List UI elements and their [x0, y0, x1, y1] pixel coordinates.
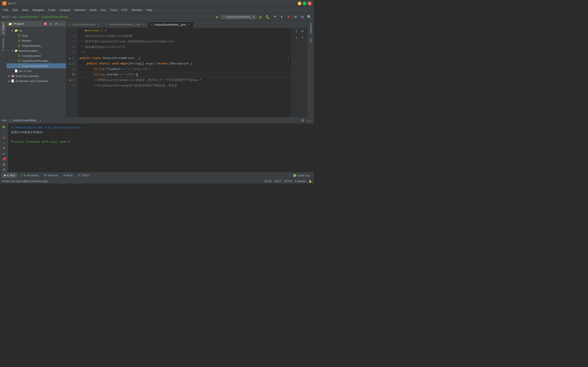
layout-button[interactable]: ⊞ [300, 14, 305, 20]
bottom-panel: Run: C OutputStreamWriter_ ✕ ⚙ — ▶ ↑ ■ ↓… [0, 117, 314, 172]
menu-help[interactable]: Help [145, 8, 154, 12]
menu-edit[interactable]: Edit [11, 8, 19, 12]
ant-panel-tab[interactable]: Ant [308, 36, 313, 44]
code-content[interactable]: * @version 1.0 * 演示OutputStreamWriter的使用… [78, 28, 291, 117]
menu-tools[interactable]: Tools [108, 8, 119, 12]
stop-button[interactable]: ■ [286, 14, 291, 20]
menu-bar: File Edit View Navigate Code Analyze Ref… [0, 7, 314, 13]
run-more-button[interactable]: ⊞ [1, 162, 7, 167]
nav-back-button[interactable]: ◀ [214, 14, 219, 20]
project-locate-button[interactable]: 🎯 [43, 22, 48, 26]
menu-file[interactable]: File [2, 8, 10, 12]
code-line-11: */ [79, 50, 289, 56]
structure-panel-tab[interactable]: 2: Structure [0, 36, 6, 53]
tree-item-external-libraries[interactable]: ▶ 📚 External Libraries [6, 73, 66, 78]
menu-window[interactable]: Window [130, 8, 144, 12]
run-extra-button[interactable]: ⊟ [1, 168, 7, 172]
gutter-14: 14 [67, 67, 77, 72]
line-numbers: 7 8 9 10 11 ▶ 12 ▶ 13 14 [66, 28, 78, 117]
pin-tab-button[interactable]: 📌 [1, 157, 7, 161]
project-close-button[interactable]: — [60, 22, 64, 26]
tree-item-codequestion[interactable]: C CodeQuestion [6, 53, 66, 58]
menu-navigate[interactable]: Navigate [31, 8, 46, 12]
tree-item-outputstreamwriter[interactable]: C OutputStreamWriter_ [6, 63, 66, 68]
title-bar: 💡 lx4.17 — □ ✕ [0, 0, 314, 7]
menu-refactor[interactable]: Refactor [73, 8, 87, 12]
status-charset[interactable]: UTF-8 [284, 180, 292, 183]
run-output-line-4: Process finished with exit code 0 [11, 140, 311, 144]
maximize-button[interactable]: □ [303, 2, 306, 5]
project-expand-button[interactable]: ⊕ [48, 22, 53, 26]
project-settings-button[interactable]: ⚙ [54, 22, 59, 26]
run-panel-header: Run: C OutputStreamWriter_ ✕ ⚙ — [0, 117, 314, 124]
input-mode-cn[interactable]: 中 [300, 29, 305, 34]
wrap-lines-button[interactable]: ↩ [1, 151, 7, 156]
status-indent[interactable]: 4 spaces [295, 180, 306, 183]
close-tab-codequestion[interactable]: ✕ [97, 23, 100, 26]
input-mode-i[interactable]: I [294, 29, 299, 34]
project-panel-tab[interactable]: 1: Project [0, 21, 6, 36]
tree-item-iml[interactable]: 📄 lx4.17.iml [6, 68, 66, 73]
tree-item-transformation[interactable]: ▼ 📁 transformation [6, 48, 66, 53]
menu-analyze[interactable]: Analyze [58, 8, 72, 12]
run-output-line-1: D:\MySoftware\jdk1.8.0_201\bin\java.exe … [11, 125, 311, 130]
tab-build[interactable]: ⚒ Build [61, 173, 75, 178]
scroll-up-button[interactable]: ↑ [1, 130, 7, 134]
breadcrumb-src[interactable]: src [13, 15, 17, 19]
close-run-tab[interactable]: ✕ [40, 119, 41, 122]
tree-item-outputstream[interactable]: C OutputStream_ [6, 43, 66, 48]
close-tab-outputstreamwriter[interactable]: ✕ [187, 23, 190, 26]
tab-event-log[interactable]: 1 Event Log [291, 173, 312, 178]
tab-todo[interactable]: ☰ TODO [76, 173, 91, 178]
tree-item-scratches[interactable]: ▶ 📝 Scratches and Consoles [6, 78, 66, 83]
menu-run[interactable]: Run [99, 8, 108, 12]
close-button[interactable]: ✕ [308, 2, 311, 5]
menu-build[interactable]: Build [88, 8, 98, 12]
nav-tools: ◀ C OutputStreamWriter_ ▾ ▶ 🐛 ☂ ▾ ■ ⚒ ⊞ … [214, 14, 312, 20]
tab-terminal[interactable]: ⊞ Terminal [42, 173, 60, 178]
tab-outputstreamwriter[interactable]: C OutputStreamWriter_.java ✕ [148, 21, 193, 28]
breadcrumb-project[interactable]: lx4.17 [2, 15, 10, 19]
tab-inputstreamreader[interactable]: C InputStreamReader_.java ✕ [103, 21, 148, 28]
tree-item-oo[interactable]: ▶ 📁 oo [6, 28, 66, 33]
menu-code[interactable]: Code [47, 8, 57, 12]
database-panel-tab[interactable]: Database [308, 21, 313, 36]
bottom-toolbar: ▶ 4: Run ⓘ 6: Problems ⊞ Terminal ⚒ Buil… [0, 172, 314, 178]
status-line-ending[interactable]: CRLF [274, 180, 281, 183]
close-run-button[interactable]: ✕ [1, 146, 7, 150]
left-panel-tabs: 1: Project 2: Structure [0, 21, 6, 117]
stop-run-button[interactable]: ■ [1, 135, 7, 140]
run-with-coverage-button[interactable]: ☂ [272, 14, 277, 20]
tree-item-dog[interactable]: C Dog [6, 33, 66, 38]
menu-view[interactable]: View [20, 8, 30, 12]
gutter-9: 9 [67, 39, 77, 44]
tab-run[interactable]: ▶ 4: Run [2, 173, 17, 178]
minimize-button[interactable]: — [298, 2, 301, 5]
rerun-button[interactable]: ▶ [1, 125, 7, 129]
more-run-button[interactable]: ▾ [279, 14, 284, 20]
breadcrumb-transformation[interactable]: transformation [19, 15, 39, 19]
tree-item-inputstreamreader[interactable]: C InputStreamReader_ [6, 58, 66, 63]
input-settings[interactable]: ⚙ [300, 35, 305, 40]
code-line-14: String filePath = "e:\\hsp.txt"; [79, 67, 289, 72]
debug-button[interactable]: 🐛 [265, 14, 271, 20]
run-minimize-button[interactable]: — [306, 118, 312, 123]
gutter-11: 11 [67, 50, 77, 56]
build-button[interactable]: ⚒ [293, 14, 298, 20]
code-line-12: public class OutputStreamWriter_ { ✓ [79, 56, 289, 61]
tree-item-master[interactable]: C Master [6, 38, 66, 43]
tab-codequestion[interactable]: C CodeQuestion.java ✕ [66, 21, 103, 28]
run-button[interactable]: ▶ [258, 14, 264, 20]
scroll-down-button[interactable]: ↓ [1, 141, 7, 145]
breadcrumb-file[interactable]: OutputStreamWriter_ [41, 15, 69, 19]
run-panel: ▶ ↑ ■ ↓ ✕ ↩ 📌 ⊞ ⊟ D:\MySoftware\jdk1.8.0… [0, 124, 314, 172]
close-tab-inputstreamreader[interactable]: ✕ [142, 23, 145, 26]
run-config-selector[interactable]: C OutputStreamWriter_ ▾ [221, 15, 257, 19]
gutter-15: 15 [67, 72, 77, 77]
menu-vcs[interactable]: VCS [120, 8, 129, 12]
input-refresh[interactable]: ↺ [294, 35, 299, 40]
status-lock[interactable]: 🔒 [309, 180, 312, 183]
run-settings-button[interactable]: ⚙ [300, 118, 305, 123]
search-everywhere-button[interactable]: 🔍 [306, 14, 312, 20]
tab-problems[interactable]: ⓘ 6: Problems [18, 173, 41, 178]
